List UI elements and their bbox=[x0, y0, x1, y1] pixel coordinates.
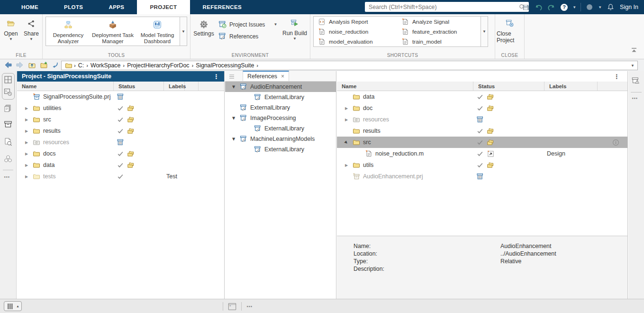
reference-node[interactable]: ExternalLibrary bbox=[225, 92, 336, 102]
undo-icon[interactable] bbox=[534, 4, 543, 11]
breadcrumb[interactable]: ›C:›WorkSpace›ProjectHierarchyForDoc›Sig… bbox=[61, 61, 638, 70]
column-header-name[interactable]: Name bbox=[17, 82, 114, 91]
shortcut-item[interactable]: noise_reduction bbox=[317, 27, 397, 37]
new-folder-icon[interactable] bbox=[39, 61, 48, 69]
shortcut-item[interactable]: feature_extraction bbox=[401, 27, 481, 37]
reference-node[interactable]: ExternalLibrary bbox=[225, 102, 336, 113]
file-row[interactable]: ▶results bbox=[17, 125, 224, 137]
collapse-ribbon-icon[interactable] bbox=[630, 47, 638, 53]
expand-icon[interactable]: ▶ bbox=[23, 163, 30, 167]
tab-references-document[interactable]: References × bbox=[243, 71, 289, 81]
open-caret-icon[interactable]: ▼ bbox=[9, 37, 13, 41]
expand-icon[interactable]: ▶ bbox=[23, 106, 30, 110]
notifications-bell-icon[interactable] bbox=[606, 3, 615, 11]
reference-node[interactable]: ExternalLibrary bbox=[225, 123, 336, 134]
run-build-button[interactable]: Run Build ▼ bbox=[281, 17, 309, 41]
back-icon[interactable] bbox=[4, 61, 12, 69]
tool-button[interactable]: Deployment Task Manager bbox=[91, 17, 135, 46]
file-row[interactable]: ▶docs bbox=[17, 148, 224, 159]
breadcrumb-item[interactable]: ProjectHierarchyForDoc bbox=[126, 62, 190, 69]
column-header-status[interactable]: Status bbox=[114, 82, 164, 91]
close-project-button[interactable]: Close Project bbox=[497, 17, 523, 44]
file-row[interactable]: ▶utilities bbox=[17, 102, 224, 114]
file-row[interactable]: results bbox=[337, 125, 627, 137]
tab-project[interactable]: PROJECT bbox=[137, 0, 190, 14]
tool-button[interactable]: Dependency Analyzer bbox=[46, 17, 91, 46]
tab-close-icon[interactable]: × bbox=[281, 73, 284, 80]
tab-home[interactable]: HOME bbox=[9, 0, 51, 14]
run-build-caret-icon[interactable]: ▼ bbox=[293, 37, 297, 41]
reference-files-menu-icon[interactable]: ⋮ bbox=[614, 73, 627, 80]
collapse-icon[interactable]: ▶ bbox=[232, 136, 236, 142]
expand-icon[interactable]: ▶ bbox=[23, 152, 30, 156]
up-one-level-icon[interactable] bbox=[27, 61, 36, 69]
tools-gallery-dropdown[interactable]: ▼ bbox=[180, 17, 187, 46]
dependencies-icon[interactable] bbox=[4, 155, 12, 163]
reference-node[interactable]: ▶AudioEnhancement bbox=[225, 82, 336, 92]
expand-icon[interactable]: ▶ bbox=[343, 106, 350, 110]
file-row[interactable]: SignalProcessingSuite.prj bbox=[17, 91, 224, 102]
column-header-name[interactable]: Name bbox=[337, 82, 473, 91]
help-icon[interactable]: ? bbox=[560, 3, 568, 11]
command-history-icon[interactable] bbox=[4, 88, 12, 96]
search-input[interactable] bbox=[368, 3, 517, 11]
shortcut-item[interactable]: Analysis Report bbox=[317, 17, 397, 27]
shortcut-item[interactable]: Analyze Signal bbox=[401, 17, 481, 27]
more-views-icon[interactable]: ⋯ bbox=[4, 174, 10, 181]
more-tools-icon[interactable]: ⋯ bbox=[632, 95, 638, 102]
reference-node[interactable]: ▶ImageProcessing bbox=[225, 113, 336, 123]
breadcrumb-caret-icon[interactable]: ▼ bbox=[631, 64, 635, 68]
more-panels-icon[interactable]: ⋯ bbox=[246, 303, 253, 310]
project-files-view-icon[interactable] bbox=[4, 120, 12, 129]
tab-plots[interactable]: PLOTS bbox=[51, 0, 96, 14]
breadcrumb-item[interactable]: C: bbox=[77, 62, 85, 69]
search-files-icon[interactable] bbox=[4, 138, 12, 146]
layout-grid-icon[interactable] bbox=[4, 75, 12, 84]
breadcrumb-item[interactable]: WorkSpace bbox=[89, 62, 122, 69]
file-row[interactable]: data bbox=[337, 91, 627, 102]
project-issues-button[interactable]: Project Issues ▼ bbox=[218, 18, 277, 30]
shortcut-item[interactable]: model_evaluation bbox=[317, 37, 397, 46]
file-row[interactable]: ▶data bbox=[17, 159, 224, 171]
profile-dropdown-caret-icon[interactable]: ▼ bbox=[598, 5, 602, 9]
column-header-status[interactable]: Status bbox=[473, 82, 544, 91]
file-row[interactable]: ▶resources bbox=[17, 137, 224, 148]
settings-button[interactable]: Settings bbox=[191, 18, 216, 37]
global-search[interactable] bbox=[365, 2, 529, 12]
file-row[interactable]: ▶resources bbox=[337, 114, 627, 125]
file-row[interactable]: ▶tests Test bbox=[17, 171, 224, 182]
shortcut-item[interactable]: train_model bbox=[401, 37, 481, 46]
share-caret-icon[interactable]: ▼ bbox=[29, 37, 33, 41]
save-icon[interactable] bbox=[521, 4, 530, 11]
open-files-icon[interactable] bbox=[4, 104, 12, 113]
tab-list-icon[interactable] bbox=[227, 74, 236, 79]
file-row[interactable]: ▶utils bbox=[337, 159, 627, 171]
project-panel-menu-icon[interactable]: ⋮ bbox=[213, 73, 224, 80]
help-dropdown-caret-icon[interactable]: ▼ bbox=[572, 5, 576, 9]
expand-icon[interactable]: ▶ bbox=[343, 118, 350, 122]
expand-icon[interactable]: ▶ bbox=[343, 163, 350, 167]
go-to-location-icon[interactable] bbox=[51, 61, 59, 69]
reference-node[interactable]: ExternalLibrary bbox=[225, 144, 336, 155]
file-row[interactable]: ▶src bbox=[17, 114, 224, 125]
file-row[interactable]: AudioEnhancement.prj bbox=[337, 171, 627, 182]
shortcuts-gallery-dropdown[interactable]: ▼ bbox=[481, 17, 488, 46]
expand-icon[interactable]: ▶ bbox=[23, 129, 30, 133]
file-row[interactable]: ▶src bbox=[337, 137, 627, 148]
collapse-icon[interactable]: ▶ bbox=[232, 83, 236, 90]
column-header-labels[interactable]: Labels bbox=[164, 82, 185, 91]
expand-icon[interactable]: ▶ bbox=[23, 175, 30, 179]
references-button[interactable]: References bbox=[218, 30, 277, 42]
project-checks-icon[interactable] bbox=[632, 76, 640, 85]
sign-in-link[interactable]: Sign In bbox=[620, 4, 638, 10]
expand-icon[interactable]: ▶ bbox=[23, 140, 30, 145]
file-row[interactable]: noise_reduction.m Design bbox=[337, 148, 627, 159]
command-window-panel-icon[interactable]: » bbox=[228, 302, 236, 311]
tab-apps[interactable]: APPS bbox=[96, 0, 137, 14]
forward-icon[interactable] bbox=[15, 61, 24, 69]
profile-icon[interactable] bbox=[585, 4, 594, 10]
breadcrumb-item[interactable]: SignalProcessingSuite bbox=[194, 62, 255, 69]
project-issues-caret-icon[interactable]: ▼ bbox=[273, 23, 277, 27]
expand-icon[interactable]: ▶ bbox=[23, 118, 30, 122]
reference-node[interactable]: ▶MachineLearningModels bbox=[225, 134, 336, 144]
